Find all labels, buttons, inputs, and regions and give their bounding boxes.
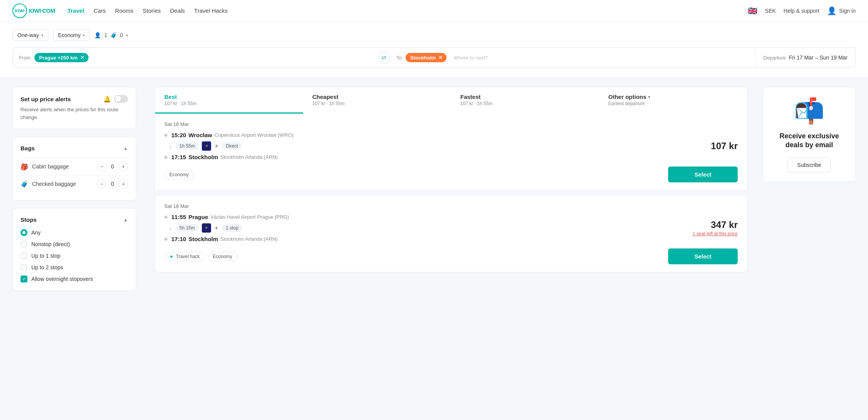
sign-in-button[interactable]: 👤 Sign in — [827, 6, 856, 15]
stop-line-icon: ↓ — [169, 142, 172, 150]
search-controls: One-way ▾ Economy ▾ 👤 1 🧳 0 ▾ — [12, 29, 856, 41]
trip-type-dropdown[interactable]: One-way ▾ — [12, 29, 48, 41]
bags-filter-card: Bags ▲ 🎒 Cabin baggage − 0 + 🧳 Checked b… — [12, 137, 136, 201]
bags-count: 0 — [120, 32, 123, 38]
flight-2-price: 347 kr — [676, 219, 738, 230]
departure-field[interactable]: Departure Fri 17 Mar – Sun 19 Mar — [755, 49, 855, 66]
trip-type-chevron-icon: ▾ — [41, 33, 43, 37]
checked-baggage-decrease[interactable]: − — [97, 179, 106, 189]
nav-travel[interactable]: Travel — [68, 7, 84, 14]
tab-cheapest[interactable]: Cheapest 107 kr · 1h 55m — [303, 87, 451, 114]
from-clear-icon[interactable]: ✕ — [80, 54, 85, 61]
stops-up-to-1[interactable]: Up to 1 stop — [20, 252, 128, 259]
pax-chevron-icon: ▾ — [126, 33, 128, 37]
flight-2-arrival-row: 17:10 Stockholm Stockholm Arlanda (ARN) — [164, 236, 676, 242]
email-promo-title: Receive exclusive deals by email — [773, 132, 846, 150]
flight-1-dep-time: 15:20 — [171, 132, 186, 138]
nav-stories[interactable]: Stories — [143, 7, 161, 14]
tab-fastest[interactable]: Fastest 107 kr · 1h 55m — [451, 87, 599, 114]
stops-any-radio[interactable] — [20, 229, 27, 236]
cabin-baggage-icon: 🎒 — [20, 163, 28, 170]
tab-fastest-sub: 107 kr · 1h 55m — [460, 101, 590, 106]
stops-nonstop[interactable]: Nonstop (direct) — [20, 241, 128, 248]
nav-travel-hacks[interactable]: Travel Hacks — [194, 7, 228, 14]
cabin-baggage-increase[interactable]: + — [119, 162, 128, 171]
adults-count: 1 — [104, 32, 107, 38]
nav-rooms[interactable]: Rooms — [115, 7, 134, 14]
help-support-link[interactable]: Help & support — [784, 8, 820, 14]
stops-any[interactable]: Any — [20, 229, 128, 236]
logo-circle: KIWI — [12, 3, 27, 18]
passengers-info: 👤 1 🧳 0 ▾ — [94, 32, 128, 38]
arr2-dot-icon — [164, 238, 167, 241]
swap-button[interactable]: ⇄ — [378, 51, 390, 64]
cabin-baggage-counter: − 0 + — [97, 162, 128, 171]
bags-filter-header[interactable]: Bags ▲ — [20, 145, 128, 151]
flight-1-select-button[interactable]: Select — [668, 167, 738, 182]
flight-2-price-note: 1 seat left at this price — [676, 231, 738, 236]
flight-2-price-col: 347 kr 1 seat left at this price — [676, 219, 738, 236]
mailbox-illustration: 📬 — [794, 97, 825, 126]
adults-icon: 👤 — [94, 32, 101, 38]
flight-2-select-button[interactable]: Select — [668, 248, 738, 264]
tab-other-label: Other options — [608, 94, 646, 100]
stop2-line-icon: ↓ — [169, 224, 172, 232]
stops-up-to-2[interactable]: Up to 2 stops — [20, 264, 128, 271]
tab-best[interactable]: Best 107 kr · 1h 55m — [155, 87, 303, 114]
price-alert-toggle[interactable] — [114, 95, 128, 103]
sidebar: Set up price alerts 🔔 Receive alerts whe… — [12, 87, 136, 298]
tab-fastest-label: Fastest — [460, 94, 590, 100]
cabin-baggage-decrease[interactable]: − — [97, 162, 106, 171]
to-clear-icon[interactable]: ✕ — [438, 54, 443, 61]
flight-1-badges: Economy — [164, 170, 194, 179]
cabin-class-dropdown[interactable]: Economy ▾ — [53, 29, 90, 41]
nav-cars[interactable]: Cars — [94, 7, 106, 14]
logo-text: KIWI·COM — [29, 7, 55, 14]
stops-filter-card: Stops ▲ Any Nonstop (direct) Up to 1 sto… — [12, 208, 136, 291]
bell-icon: 🔔 — [103, 95, 111, 103]
tab-other-inner: Other options ▾ — [608, 94, 738, 100]
price-alert-header: Set up price alerts 🔔 — [20, 95, 128, 103]
to-field[interactable]: To Stockholm ✕ Where to next? — [390, 48, 755, 68]
flight-1-arr-time: 17:15 — [171, 154, 186, 160]
flight-2-stop-row: ↓ 5h 15m ✈ ✈ 1 stop — [169, 223, 676, 233]
flight-2-airline-logo: ✈ — [202, 223, 211, 233]
overnight-checkbox[interactable]: ✓ — [20, 275, 27, 282]
flight-2-travel-hack-badge: ★ Travel hack — [164, 252, 205, 261]
flight-1-date: Sat 18 Mar — [164, 121, 738, 127]
logo[interactable]: KIWI KIWI·COM — [12, 3, 55, 18]
cabin-baggage-count: 0 — [110, 163, 115, 170]
tabs-bar: Best 107 kr · 1h 55m Cheapest 107 kr · 1… — [155, 87, 747, 114]
flight-2-row: 11:55 Prague Václav Havel Airport Prague… — [164, 214, 738, 242]
departure-dot-icon — [164, 134, 167, 137]
stops-up-to-2-label: Up to 2 stops — [31, 264, 63, 270]
flight-1-price-col: 107 kr — [676, 141, 738, 151]
dep2-dot-icon — [164, 216, 167, 219]
currency-label[interactable]: SEK — [765, 8, 776, 14]
toggle-knob — [115, 96, 121, 102]
account-icon: 👤 — [827, 6, 837, 15]
flight-1-dep-city: Wrocław — [188, 132, 212, 138]
tab-cheapest-label: Cheapest — [312, 94, 442, 100]
search-row: From Prague +250 km ✕ ⇄ To Stockholm ✕ W… — [12, 47, 856, 68]
subscribe-button[interactable]: Subscribe — [788, 158, 831, 172]
from-value: Prague +250 km — [39, 55, 77, 61]
from-field[interactable]: From Prague +250 km ✕ — [13, 48, 378, 68]
search-area: One-way ▾ Economy ▾ 👤 1 🧳 0 ▾ From Pragu… — [0, 22, 868, 78]
nav-deals[interactable]: Deals — [170, 7, 185, 14]
from-tag[interactable]: Prague +250 km ✕ — [34, 53, 88, 62]
stops-nonstop-radio[interactable] — [20, 241, 27, 248]
stops-any-dot — [22, 231, 26, 234]
tab-other-options[interactable]: Other options ▾ Earliest departure — [599, 87, 747, 114]
flight-1-plane-icon: ✈ — [214, 143, 219, 149]
checked-baggage-increase[interactable]: + — [119, 179, 128, 189]
overnight-checkbox-item[interactable]: ✓ Allow overnight stopovers — [20, 275, 128, 282]
stops-radio-group: Any Nonstop (direct) Up to 1 stop Up to … — [20, 229, 128, 271]
to-tag[interactable]: Stockholm ✕ — [406, 53, 447, 62]
stops-up-to-2-radio[interactable] — [20, 264, 27, 271]
flight-2-dep-airport: Václav Havel Airport Prague (PRG) — [210, 214, 289, 220]
bags-chevron-icon: ▲ — [123, 146, 128, 151]
stops-filter-header[interactable]: Stops ▲ — [20, 216, 128, 223]
stops-up-to-1-radio[interactable] — [20, 252, 27, 259]
to-value: Stockholm — [410, 55, 436, 61]
